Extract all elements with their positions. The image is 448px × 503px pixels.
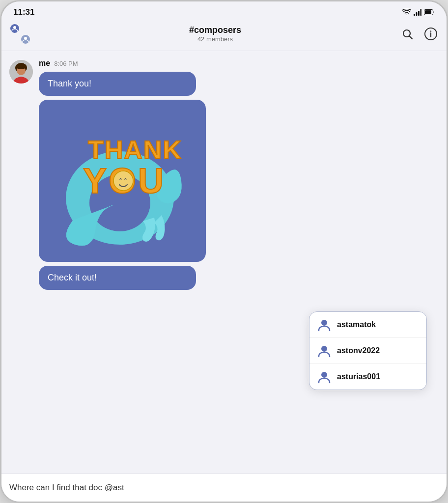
battery-icon (424, 9, 435, 15)
wifi-icon (402, 9, 411, 16)
svg-rect-3 (420, 9, 422, 16)
status-icons (402, 9, 435, 16)
thank-you-sticker-svg: THANK YOU (49, 110, 196, 252)
autocomplete-item-asturias001[interactable]: asturias001 (309, 363, 426, 390)
message-input[interactable]: Where can I find that doc @ast (9, 481, 439, 495)
svg-point-6 (13, 26, 16, 29)
autocomplete-item-astamatok[interactable]: astamatok (309, 312, 426, 337)
svg-text:THANK: THANK (88, 136, 182, 164)
message-row: me 8:06 PM Thank you! (9, 59, 439, 290)
phone-frame: 11:31 (0, 0, 448, 503)
info-button[interactable] (423, 26, 439, 42)
message-sticker: THANK YOU (39, 100, 206, 262)
autocomplete-name-asturias001: asturias001 (337, 372, 380, 381)
header-actions (399, 26, 439, 42)
info-icon (424, 27, 438, 41)
autocomplete-name-astonv2022: astonv2022 (337, 346, 380, 355)
message-time: 8:06 PM (54, 60, 78, 67)
header-center: #composers 42 members (37, 25, 393, 43)
autocomplete-dropdown: astamatok astonv2022 asturias001 (309, 311, 427, 390)
user-icon-asturias001 (317, 370, 331, 384)
message-meta: me 8:06 PM (39, 59, 439, 68)
avatar-circle-top (9, 23, 20, 34)
channel-avatar-group (9, 23, 31, 45)
message-content: me 8:06 PM Thank you! (39, 59, 439, 290)
sender-name: me (39, 59, 50, 68)
svg-point-24 (321, 372, 327, 378)
avatar-circle-bot (20, 34, 31, 45)
svg-point-7 (24, 37, 27, 40)
status-bar: 11:31 (1, 1, 447, 20)
autocomplete-item-astonv2022[interactable]: astonv2022 (309, 337, 426, 363)
status-time: 11:31 (13, 7, 34, 17)
signal-icon (414, 9, 421, 16)
svg-point-21 (113, 171, 133, 191)
message-bubble-checkitout: Check it out! (39, 266, 196, 290)
input-area[interactable]: Where can I find that doc @ast (1, 474, 447, 502)
svg-point-23 (321, 346, 327, 352)
user-icon-astamatok (317, 318, 331, 332)
user-icon-astonv2022 (317, 344, 331, 358)
svg-rect-5 (425, 10, 431, 14)
svg-point-22 (321, 320, 327, 326)
svg-point-16 (16, 63, 27, 69)
svg-point-12 (430, 30, 432, 32)
svg-line-9 (410, 36, 413, 39)
member-count: 42 members (37, 35, 393, 43)
autocomplete-name-astamatok: astamatok (337, 320, 376, 329)
channel-name: #composers (37, 25, 393, 35)
svg-rect-0 (414, 14, 415, 16)
search-button[interactable] (399, 26, 415, 42)
search-icon (401, 28, 413, 40)
channel-header: #composers 42 members (1, 20, 447, 51)
user-avatar (9, 60, 33, 84)
svg-rect-1 (416, 12, 418, 16)
message-bubble-thankyou: Thank you! (39, 72, 196, 96)
svg-rect-2 (418, 11, 420, 16)
messages-area: me 8:06 PM Thank you! (1, 51, 447, 474)
